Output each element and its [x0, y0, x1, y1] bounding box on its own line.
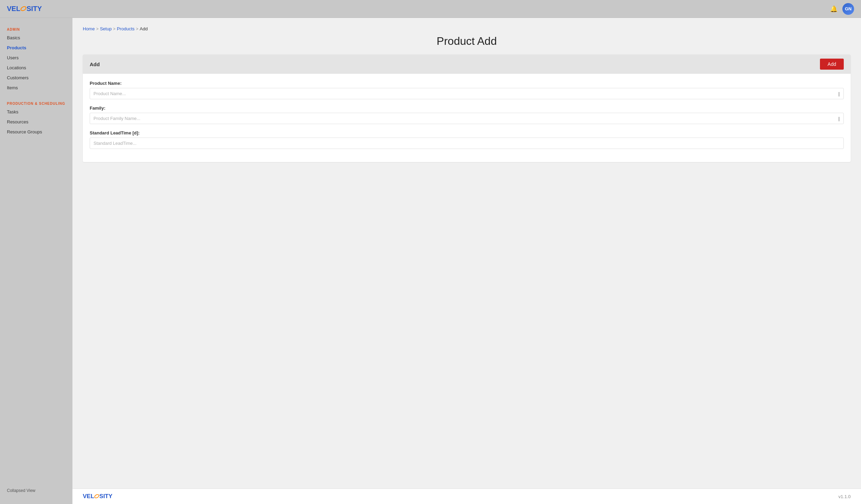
- leadtime-group: Standard LeadTime [d]:: [90, 130, 844, 149]
- footer-logo-swoosh-icon: [94, 494, 99, 499]
- add-button[interactable]: Add: [820, 59, 844, 70]
- main-content: Home > Setup > Products > Add Product Ad…: [72, 18, 861, 504]
- add-card: Add Add Product Name: ∥ Family:: [83, 54, 851, 162]
- breadcrumb-sep-2: >: [113, 27, 116, 31]
- footer-version: v1.1.0: [839, 494, 851, 499]
- footer-logo: VEL SITY: [83, 493, 112, 500]
- svg-point-0: [20, 6, 27, 11]
- family-group: Family: ∥: [90, 105, 844, 124]
- sidebar-item-items[interactable]: Items: [0, 83, 72, 93]
- product-name-input-wrapper: ∥: [90, 88, 844, 99]
- breadcrumb-add: Add: [140, 26, 148, 31]
- page-title: Product Add: [83, 35, 851, 48]
- family-input[interactable]: [90, 113, 844, 124]
- leadtime-input[interactable]: [90, 138, 844, 149]
- sidebar-item-resources[interactable]: Resources: [0, 117, 72, 127]
- sidebar: ADMIN Basics Products Users Locations Cu…: [0, 18, 72, 504]
- product-name-label: Product Name:: [90, 81, 844, 86]
- svg-point-1: [94, 494, 99, 498]
- card-body: Product Name: ∥ Family: ∥: [83, 74, 851, 162]
- collapsed-view-button[interactable]: Collapsed View: [0, 483, 72, 498]
- sidebar-item-tasks[interactable]: Tasks: [0, 107, 72, 117]
- family-label: Family:: [90, 105, 844, 111]
- breadcrumb: Home > Setup > Products > Add: [83, 26, 851, 31]
- product-name-icon: ∥: [838, 91, 840, 96]
- bell-icon[interactable]: 🔔: [830, 5, 838, 13]
- production-section-label: PRODUCTION & SCHEDULING: [0, 98, 72, 107]
- main-inner: Home > Setup > Products > Add Product Ad…: [72, 18, 861, 488]
- breadcrumb-sep-1: >: [96, 27, 99, 31]
- sidebar-item-locations[interactable]: Locations: [0, 63, 72, 73]
- layout: ADMIN Basics Products Users Locations Cu…: [0, 18, 861, 504]
- sidebar-item-users[interactable]: Users: [0, 53, 72, 63]
- breadcrumb-home[interactable]: Home: [83, 26, 95, 31]
- product-name-group: Product Name: ∥: [90, 81, 844, 99]
- sidebar-item-customers[interactable]: Customers: [0, 73, 72, 83]
- logo-swoosh-icon: [20, 6, 27, 12]
- avatar[interactable]: GN: [842, 3, 854, 15]
- card-header: Add Add: [83, 54, 851, 74]
- product-name-input[interactable]: [90, 88, 844, 99]
- family-icon: ∥: [838, 116, 840, 121]
- navbar-right: 🔔 GN: [830, 3, 854, 15]
- card-header-title: Add: [90, 61, 100, 67]
- navbar: VEL SITY 🔔 GN: [0, 0, 861, 18]
- sidebar-item-basics[interactable]: Basics: [0, 33, 72, 43]
- sidebar-item-resource-groups[interactable]: Resource Groups: [0, 127, 72, 137]
- leadtime-label: Standard LeadTime [d]:: [90, 130, 844, 135]
- family-input-wrapper: ∥: [90, 113, 844, 124]
- app-logo: VEL SITY: [7, 5, 42, 13]
- admin-section-label: ADMIN: [0, 24, 72, 33]
- breadcrumb-products[interactable]: Products: [117, 26, 135, 31]
- sidebar-nav: ADMIN Basics Products Users Locations Cu…: [0, 24, 72, 137]
- footer: VEL SITY v1.1.0: [72, 488, 861, 504]
- sidebar-item-products[interactable]: Products: [0, 43, 72, 53]
- breadcrumb-sep-3: >: [136, 27, 138, 31]
- breadcrumb-setup[interactable]: Setup: [100, 26, 112, 31]
